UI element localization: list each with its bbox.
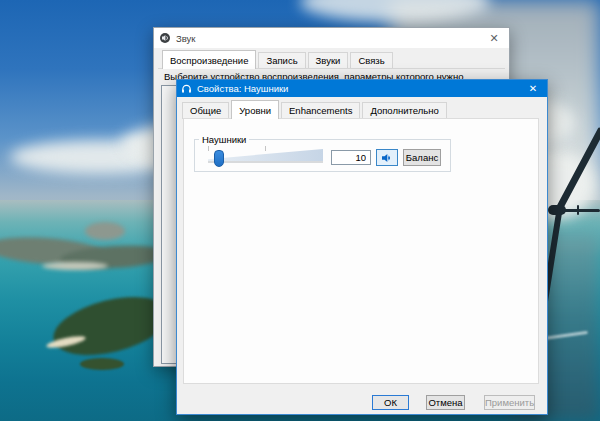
slider-tick: [208, 146, 209, 151]
close-icon[interactable]: ✕: [479, 28, 509, 48]
ok-button[interactable]: ОК: [372, 395, 409, 410]
properties-title: Свойства: Наушники: [197, 83, 288, 94]
volume-slider-thumb[interactable]: [214, 150, 224, 167]
volume-slider-groove[interactable]: [208, 161, 323, 163]
balance-button[interactable]: Баланс: [403, 149, 441, 166]
headphones-properties-window: Свойства: Наушники ✕ Общие Уровни Enhanc…: [176, 79, 548, 415]
apply-button[interactable]: Применить: [484, 395, 535, 410]
headphones-group-label: Наушники: [199, 134, 249, 145]
properties-tabs: Общие Уровни Enhancements Дополнительно: [182, 101, 449, 119]
sound-dialog-title: Звук: [176, 33, 195, 44]
mute-toggle-button[interactable]: [376, 149, 398, 166]
tab-sounds[interactable]: Звуки: [308, 52, 349, 69]
tab-playback[interactable]: Воспроизведение: [162, 50, 256, 69]
aircraft-strut: [577, 205, 579, 215]
tab-general[interactable]: Общие: [182, 102, 229, 119]
sound-dialog-titlebar[interactable]: Звук ✕: [154, 28, 509, 48]
tab-recording[interactable]: Запись: [258, 52, 305, 69]
sound-dialog-tabs: Воспроизведение Запись Звуки Связь: [162, 52, 395, 69]
sound-window-icon: [159, 32, 171, 44]
tab-advanced[interactable]: Дополнительно: [362, 102, 446, 119]
headphones-icon: [181, 83, 192, 94]
aircraft-strut-joint: [548, 205, 566, 215]
wallpaper-island: [85, 222, 125, 240]
cancel-button[interactable]: Отмена: [426, 395, 465, 410]
tab-communications[interactable]: Связь: [350, 52, 392, 69]
wallpaper-islet: [80, 358, 124, 370]
wallpaper-shoreline: [42, 262, 108, 270]
tab-enhancements[interactable]: Enhancements: [281, 102, 360, 119]
tab-levels[interactable]: Уровни: [231, 100, 279, 119]
speaker-loud-icon: [382, 153, 393, 163]
slider-tick: [265, 146, 266, 151]
properties-titlebar[interactable]: Свойства: Наушники ✕: [177, 80, 547, 97]
volume-value-input[interactable]: [331, 150, 371, 165]
close-icon[interactable]: ✕: [519, 80, 547, 97]
